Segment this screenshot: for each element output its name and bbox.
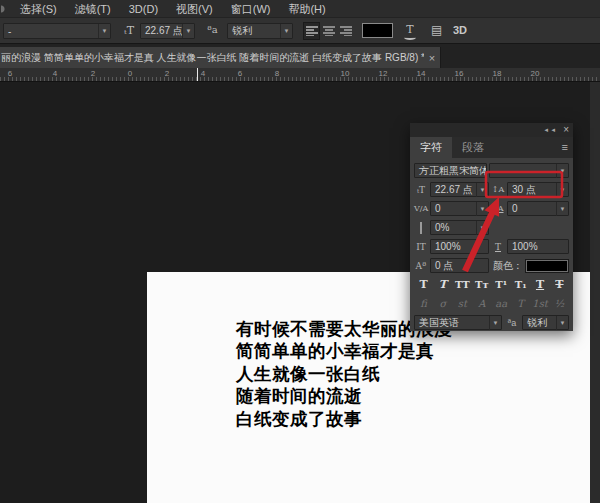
style-sup-button[interactable]: T¹ — [493, 278, 510, 292]
vertical-scale-input[interactable]: 100% — [430, 239, 489, 254]
horizontal-scale-input[interactable]: 100% — [507, 239, 569, 254]
opentype-feature-button[interactable]: T — [512, 297, 529, 310]
anti-alias-icon: ªa — [207, 24, 218, 40]
style-strike-button[interactable]: T — [551, 278, 568, 292]
align-center-button[interactable] — [320, 22, 337, 40]
menu-item[interactable]: 3D(D) — [120, 0, 167, 18]
tab-character[interactable]: 字符 — [410, 137, 452, 158]
ruler-tick-label: 10 — [341, 69, 350, 78]
kerning-dropdown[interactable]: 0 ▼ — [430, 201, 489, 216]
align-right-icon — [340, 26, 352, 36]
baseline-shift-icon: Aª — [414, 261, 428, 271]
panel-color-swatch[interactable] — [525, 259, 569, 273]
opentype-feature-button[interactable]: 1st — [532, 297, 549, 310]
opentype-feature-button[interactable]: fi — [415, 297, 432, 310]
ruler-tick-label: 4 — [201, 69, 205, 78]
style-bold-button[interactable]: T — [415, 278, 432, 292]
warp-text-icon[interactable]: T — [403, 23, 417, 39]
ruler-tick-label: 2 — [91, 69, 95, 78]
chevron-down-icon: ▼ — [556, 183, 568, 197]
close-icon[interactable]: × — [424, 52, 440, 64]
tracking-dropdown[interactable]: 0 ▼ — [507, 201, 569, 216]
anti-alias-dropdown[interactable]: 锐利 ▼ — [522, 315, 569, 330]
font-style-dropdown[interactable]: - ▼ — [3, 23, 111, 39]
opentype-feature-button[interactable]: aa — [493, 297, 510, 310]
panel-titlebar[interactable]: ◄◄ × — [410, 123, 573, 137]
chevron-down-icon: ▼ — [556, 202, 568, 216]
document-tab-bar: 丽的浪漫 简简单单的小幸福才是真 人生就像一张白纸 随着时间的流逝 白纸变成了故… — [0, 44, 600, 68]
color-label: 颜色： — [493, 259, 523, 273]
photoshop-window: 选择(S)滤镜(T)3D(D)视图(V)窗口(W)帮助(H) - ▼ ₜT 22… — [0, 0, 600, 503]
ruler-cursor-marker — [197, 68, 198, 81]
align-left-icon — [306, 26, 318, 36]
panel-tabs: 字符 段落 ≡ — [410, 137, 573, 158]
chevron-down-icon: ▼ — [489, 316, 501, 330]
menu-item[interactable]: 视图(V) — [167, 0, 222, 18]
style-underline-button[interactable]: T — [532, 278, 549, 292]
proportional-spacing-value: 0% — [431, 222, 476, 233]
proportional-spacing-dropdown[interactable]: 0% ▼ — [430, 220, 489, 235]
horizontal-scale-value: 100% — [508, 241, 568, 252]
font-size-dropdown[interactable]: 22.67 点 ▼ — [140, 23, 195, 39]
ruler-tick-label: 14 — [417, 69, 426, 78]
font-size-value: 22.67 点 — [431, 183, 476, 197]
ruler-tick-label: 6 — [238, 69, 242, 78]
chevron-down-icon: ▼ — [280, 24, 292, 38]
ruler-tick-label: 16 — [455, 69, 464, 78]
anti-alias-dropdown[interactable]: 锐利 ▼ — [227, 23, 293, 39]
tab-paragraph[interactable]: 段落 — [452, 137, 494, 158]
font-style-value: - — [4, 26, 98, 37]
toggle-panels-icon[interactable]: ▤ — [431, 23, 442, 39]
style-italic-button[interactable]: T — [434, 278, 451, 292]
font-family-dropdown[interactable]: 方正粗黑宋简体 — [414, 163, 487, 178]
font-size-dropdown[interactable]: 22.67 点 ▼ — [430, 182, 489, 197]
chevron-down-icon: ▼ — [476, 202, 488, 216]
chevron-down-icon: ▼ — [476, 221, 488, 235]
style-sub-button[interactable]: T₁ — [512, 278, 529, 292]
language-value: 美国英语 — [415, 316, 489, 330]
vertical-scale-icon: IT — [414, 242, 428, 252]
proportional-spacing-icon — [414, 223, 428, 233]
leading-dropdown[interactable]: 30 点 ▼ — [507, 182, 569, 197]
anti-alias-value: 锐利 — [523, 316, 556, 330]
document-tab[interactable]: 丽的浪漫 简简单单的小幸福才是真 人生就像一张白纸 随着时间的流逝 白纸变成了故… — [0, 47, 441, 68]
menu-item[interactable]: 窗口(W) — [222, 0, 280, 18]
menu-item[interactable]: 滤镜(T) — [66, 0, 120, 18]
align-center-icon — [323, 26, 335, 36]
document-title: 丽的浪漫 简简单单的小幸福才是真 人生就像一张白纸 随着时间的流逝 白纸变成了故… — [0, 51, 424, 65]
chevron-down-icon: ▼ — [556, 316, 568, 330]
font-family-value: 方正粗黑宋简体 — [415, 164, 486, 178]
leading-value: 30 点 — [508, 183, 556, 197]
style-caps-button[interactable]: TT — [454, 278, 471, 292]
collapse-panel-icon[interactable]: ◄◄ — [543, 127, 557, 133]
font-size-icon: ₜT — [124, 24, 134, 40]
menu-item[interactable]: 帮助(H) — [279, 0, 334, 18]
canvas-text-block: 有时候不需要太华丽的浪漫简简单单的小幸福才是真人生就像一张白纸随着时间的流逝白纸… — [236, 318, 452, 430]
style-smallcaps-button[interactable]: Tт — [473, 278, 490, 292]
align-right-button[interactable] — [337, 22, 354, 40]
horizontal-scale-icon: T — [491, 242, 505, 252]
menu-items: 选择(S)滤镜(T)3D(D)视图(V)窗口(W)帮助(H) — [11, 0, 335, 18]
anti-alias-icon: ªa — [504, 318, 520, 328]
canvas-text-line: 随着时间的流逝 — [236, 385, 452, 407]
baseline-shift-input[interactable]: 0 点 — [430, 258, 489, 273]
text-color-swatch[interactable] — [362, 23, 393, 38]
ruler-tick-label: 0 — [128, 69, 132, 78]
panel-menu-icon[interactable]: ≡ — [562, 141, 568, 153]
opentype-feature-button[interactable]: ½ — [551, 297, 568, 310]
close-icon[interactable]: × — [563, 125, 569, 135]
canvas-text-line: 简简单单的小幸福才是真 — [236, 340, 452, 362]
style-buttons-row: TTTTTтT¹T₁TT — [414, 277, 569, 292]
3d-button[interactable]: 3D — [453, 24, 467, 40]
anti-alias-value: 锐利 — [228, 24, 280, 38]
font-style-dropdown[interactable]: - ▼ — [489, 163, 569, 178]
language-dropdown[interactable]: 美国英语 ▼ — [414, 315, 502, 330]
menu-bar: 选择(S)滤镜(T)3D(D)视图(V)窗口(W)帮助(H) — [0, 0, 600, 18]
opentype-feature-button[interactable]: σ — [434, 297, 451, 310]
opentype-feature-button[interactable]: A — [473, 297, 490, 310]
opentype-feature-button[interactable]: st — [454, 297, 471, 310]
align-left-button[interactable] — [303, 22, 320, 40]
text-align-group — [303, 22, 354, 40]
ruler-tick-label: 20 — [531, 69, 540, 78]
menu-item[interactable]: 选择(S) — [11, 0, 66, 18]
